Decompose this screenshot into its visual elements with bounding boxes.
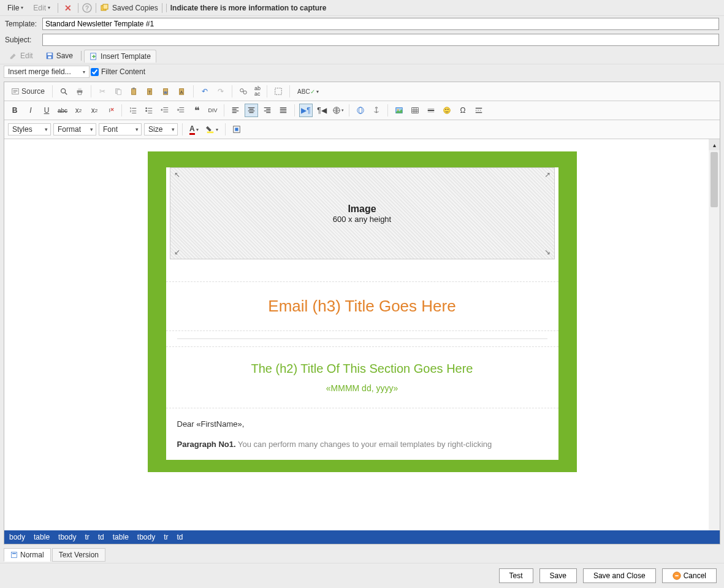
italic-icon[interactable]: I — [24, 104, 37, 117]
test-button[interactable]: Test — [499, 568, 533, 583]
align-center-icon[interactable] — [245, 104, 258, 117]
outdent-icon[interactable] — [158, 104, 172, 117]
font-dropdown[interactable]: Font — [99, 123, 142, 136]
spellcheck-icon[interactable]: ABC✓▾ — [294, 85, 322, 98]
saved-copies-button[interactable]: Saved Copies — [100, 3, 158, 13]
edit-tab[interactable]: Edit — [4, 49, 39, 63]
blockquote-icon[interactable]: ❝ — [190, 104, 204, 117]
save-button[interactable]: Save — [539, 568, 577, 583]
edit-menu[interactable]: Edit▾ — [29, 2, 54, 14]
cancel-button[interactable]: Cancel — [662, 568, 717, 583]
normal-view-tab[interactable]: Normal — [4, 548, 51, 562]
align-right-icon[interactable] — [261, 104, 274, 117]
undo-icon[interactable]: ↶ — [198, 85, 211, 98]
close-icon[interactable]: ✕ — [62, 3, 74, 13]
select-all-icon[interactable] — [272, 85, 285, 98]
greeting-text[interactable]: Dear «FirstName», — [177, 419, 547, 429]
align-justify-icon[interactable] — [276, 104, 290, 117]
path-tr2[interactable]: tr — [164, 533, 168, 541]
vertical-scrollbar[interactable]: ▴ — [709, 139, 720, 530]
image-placeholder[interactable]: ↖ ↗ ↙ ↘ Image 600 x any height — [170, 167, 555, 259]
special-char-icon[interactable]: Ω — [456, 104, 470, 117]
svg-point-38 — [445, 109, 446, 110]
bold-icon[interactable]: B — [8, 104, 21, 117]
resize-handle-tr-icon[interactable]: ↗ — [544, 170, 551, 179]
table-icon[interactable] — [408, 104, 422, 117]
underline-icon[interactable]: U — [40, 104, 53, 117]
remove-format-icon[interactable]: I — [104, 104, 117, 117]
source-label: Source — [21, 87, 45, 96]
filter-content-checkbox[interactable]: Filter Content — [91, 67, 145, 76]
redo-icon[interactable]: ↷ — [214, 85, 227, 98]
image-icon[interactable] — [392, 104, 406, 117]
help-icon[interactable]: ? — [82, 3, 92, 13]
text-color-icon[interactable]: A▾ — [187, 123, 201, 136]
svg-rect-15 — [132, 89, 136, 95]
save-tab[interactable]: Save — [40, 49, 78, 63]
subscript-icon[interactable]: x2 — [72, 104, 85, 117]
file-menu[interactable]: File▾ — [4, 2, 27, 14]
filter-content-input[interactable] — [91, 68, 99, 76]
paste-text-icon[interactable]: T — [143, 85, 157, 98]
div-icon[interactable]: DIV — [206, 104, 219, 117]
ltr-icon[interactable]: ▶¶ — [299, 104, 313, 117]
numbered-list-icon[interactable]: 12 — [126, 104, 140, 117]
find-icon[interactable] — [237, 85, 250, 98]
copy-icon[interactable] — [112, 85, 125, 98]
path-tbody[interactable]: tbody — [58, 533, 76, 541]
svg-rect-42 — [235, 128, 238, 131]
template-input[interactable] — [42, 18, 719, 30]
paste-word-icon[interactable]: W — [159, 85, 173, 98]
bullet-list-icon[interactable] — [142, 104, 156, 117]
path-tbody2[interactable]: tbody — [137, 533, 155, 541]
path-tr[interactable]: tr — [85, 533, 89, 541]
hr-icon[interactable] — [424, 104, 438, 117]
styles-dropdown[interactable]: Styles — [8, 123, 51, 136]
separator — [349, 104, 349, 116]
cut-icon[interactable]: ✂ — [96, 85, 109, 98]
date-merge-field[interactable]: «MMMM dd, yyyy» — [177, 383, 547, 393]
paste-format-icon[interactable]: A — [175, 85, 189, 98]
section-h2-title[interactable]: The (h2) Title Of This Section Goes Here — [177, 362, 547, 376]
resize-handle-tl-icon[interactable]: ↖ — [174, 170, 180, 179]
replace-icon[interactable]: abac — [253, 85, 262, 98]
text-version-tab[interactable]: Text Version — [52, 548, 105, 562]
editor-canvas[interactable]: ↖ ↗ ↙ ↘ Image 600 x any height Email (h3… — [4, 139, 720, 530]
preview-icon[interactable] — [57, 85, 70, 98]
bg-color-icon[interactable]: ▾ — [204, 123, 221, 136]
size-dropdown[interactable]: Size — [144, 123, 178, 136]
superscript-icon[interactable]: x2 — [88, 104, 101, 117]
paragraph-text[interactable]: Paragraph No1. You can perform many chan… — [177, 440, 547, 449]
source-button[interactable]: Source — [8, 85, 48, 98]
svg-point-30 — [145, 110, 147, 112]
smiley-icon[interactable] — [440, 104, 454, 117]
insert-template-tab[interactable]: Insert Template — [84, 50, 156, 63]
anchor-icon[interactable] — [370, 104, 383, 117]
language-icon[interactable]: ▾ — [331, 104, 345, 117]
path-table[interactable]: table — [34, 533, 50, 541]
email-h3-title[interactable]: Email (h3) Title Goes Here — [177, 297, 547, 316]
resize-handle-bl-icon[interactable]: ↙ — [174, 248, 180, 256]
path-td2[interactable]: td — [177, 533, 183, 541]
rtl-icon[interactable]: ¶◀ — [315, 104, 329, 117]
path-table2[interactable]: table — [113, 533, 129, 541]
page-break-icon[interactable] — [472, 104, 486, 117]
subject-input[interactable] — [42, 34, 719, 46]
save-and-close-button[interactable]: Save and Close — [583, 568, 656, 583]
link-icon[interactable] — [354, 104, 367, 117]
indent-icon[interactable] — [174, 104, 188, 117]
svg-point-24 — [243, 91, 246, 94]
scroll-up-icon[interactable]: ▴ — [709, 139, 720, 150]
maximize-icon[interactable] — [230, 123, 243, 136]
path-td[interactable]: td — [98, 533, 104, 541]
scroll-thumb[interactable] — [711, 152, 718, 207]
path-body[interactable]: body — [9, 533, 25, 541]
separator — [182, 123, 183, 136]
align-left-icon[interactable] — [229, 104, 242, 117]
insert-merge-field-dropdown[interactable]: Insert merge field... ▾ — [4, 66, 90, 78]
strikethrough-icon[interactable]: abc — [56, 104, 69, 117]
print-icon[interactable] — [73, 85, 86, 98]
format-dropdown[interactable]: Format — [53, 123, 96, 136]
paste-icon[interactable] — [128, 85, 141, 98]
resize-handle-br-icon[interactable]: ↘ — [544, 248, 551, 256]
